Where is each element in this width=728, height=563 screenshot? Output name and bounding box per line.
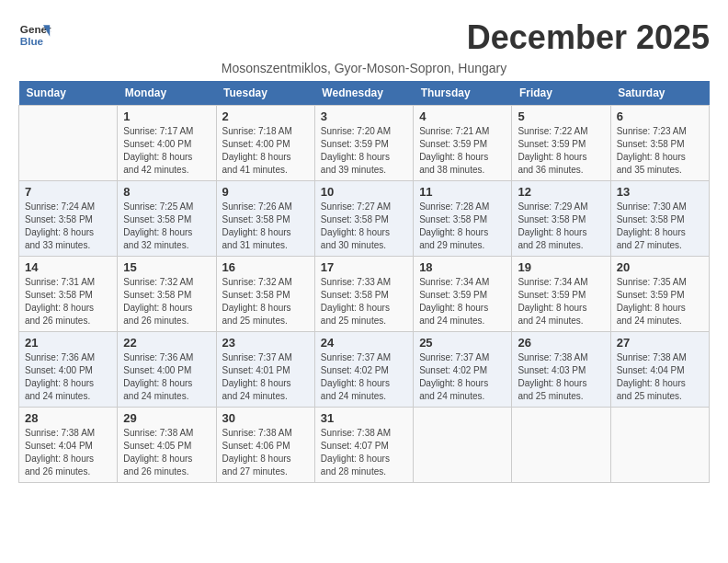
day-number: 27 bbox=[617, 336, 703, 350]
day-info: Sunrise: 7:35 AM Sunset: 3:59 PM Dayligh… bbox=[617, 276, 703, 327]
day-info: Sunrise: 7:38 AM Sunset: 4:03 PM Dayligh… bbox=[518, 351, 604, 403]
calendar-cell: 23Sunrise: 7:37 AM Sunset: 4:01 PM Dayli… bbox=[216, 332, 314, 408]
calendar-cell: 28Sunrise: 7:38 AM Sunset: 4:04 PM Dayli… bbox=[19, 408, 118, 483]
calendar-cell: 10Sunrise: 7:27 AM Sunset: 3:58 PM Dayli… bbox=[314, 181, 413, 257]
day-info: Sunrise: 7:34 AM Sunset: 3:59 PM Dayligh… bbox=[419, 276, 506, 327]
header: General Blue December 2025 bbox=[18, 18, 710, 57]
calendar-cell: 27Sunrise: 7:38 AM Sunset: 4:04 PM Dayli… bbox=[610, 332, 709, 408]
calendar-cell: 2Sunrise: 7:18 AM Sunset: 4:00 PM Daylig… bbox=[216, 106, 314, 181]
day-number: 19 bbox=[518, 260, 604, 274]
calendar-cell: 18Sunrise: 7:34 AM Sunset: 3:59 PM Dayli… bbox=[414, 257, 512, 332]
day-of-week-header: Monday bbox=[118, 81, 216, 106]
calendar-cell: 26Sunrise: 7:38 AM Sunset: 4:03 PM Dayli… bbox=[512, 332, 610, 408]
day-info: Sunrise: 7:18 AM Sunset: 4:00 PM Dayligh… bbox=[222, 125, 309, 177]
svg-text:Blue: Blue bbox=[20, 35, 44, 47]
day-of-week-header: Sunday bbox=[19, 81, 118, 106]
day-info: Sunrise: 7:34 AM Sunset: 3:59 PM Dayligh… bbox=[518, 276, 604, 327]
calendar-cell: 16Sunrise: 7:32 AM Sunset: 3:58 PM Dayli… bbox=[216, 257, 314, 332]
day-info: Sunrise: 7:28 AM Sunset: 3:58 PM Dayligh… bbox=[419, 201, 506, 252]
calendar-cell: 1Sunrise: 7:17 AM Sunset: 4:00 PM Daylig… bbox=[118, 106, 216, 181]
day-info: Sunrise: 7:37 AM Sunset: 4:02 PM Dayligh… bbox=[321, 351, 407, 403]
day-info: Sunrise: 7:24 AM Sunset: 3:58 PM Dayligh… bbox=[25, 201, 111, 252]
day-info: Sunrise: 7:38 AM Sunset: 4:05 PM Dayligh… bbox=[123, 427, 210, 478]
day-number: 2 bbox=[222, 109, 309, 123]
day-info: Sunrise: 7:21 AM Sunset: 3:59 PM Dayligh… bbox=[419, 125, 506, 177]
calendar-cell bbox=[414, 408, 512, 483]
calendar-cell: 4Sunrise: 7:21 AM Sunset: 3:59 PM Daylig… bbox=[414, 106, 512, 181]
day-info: Sunrise: 7:17 AM Sunset: 4:00 PM Dayligh… bbox=[123, 125, 210, 177]
calendar-cell: 22Sunrise: 7:36 AM Sunset: 4:00 PM Dayli… bbox=[118, 332, 216, 408]
calendar-cell: 3Sunrise: 7:20 AM Sunset: 3:59 PM Daylig… bbox=[314, 106, 413, 181]
day-number: 20 bbox=[617, 260, 703, 274]
calendar-cell: 9Sunrise: 7:26 AM Sunset: 3:58 PM Daylig… bbox=[216, 181, 314, 257]
day-number: 4 bbox=[419, 109, 506, 123]
day-number: 26 bbox=[518, 336, 604, 350]
day-of-week-header: Wednesday bbox=[314, 81, 413, 106]
day-info: Sunrise: 7:26 AM Sunset: 3:58 PM Dayligh… bbox=[222, 201, 309, 252]
calendar-cell: 8Sunrise: 7:25 AM Sunset: 3:58 PM Daylig… bbox=[118, 181, 216, 257]
day-info: Sunrise: 7:30 AM Sunset: 3:58 PM Dayligh… bbox=[617, 201, 703, 252]
day-number: 6 bbox=[617, 109, 703, 123]
day-of-week-header: Thursday bbox=[414, 81, 512, 106]
calendar-cell bbox=[512, 408, 610, 483]
day-number: 30 bbox=[222, 411, 309, 425]
day-info: Sunrise: 7:25 AM Sunset: 3:58 PM Dayligh… bbox=[123, 201, 210, 252]
calendar-cell: 14Sunrise: 7:31 AM Sunset: 3:58 PM Dayli… bbox=[19, 257, 118, 332]
month-title: December 2025 bbox=[467, 18, 710, 57]
day-info: Sunrise: 7:27 AM Sunset: 3:58 PM Dayligh… bbox=[321, 201, 407, 252]
calendar-cell: 19Sunrise: 7:34 AM Sunset: 3:59 PM Dayli… bbox=[512, 257, 610, 332]
day-number: 16 bbox=[222, 260, 309, 274]
calendar-table: SundayMondayTuesdayWednesdayThursdayFrid… bbox=[18, 81, 710, 483]
calendar-week-row: 7Sunrise: 7:24 AM Sunset: 3:58 PM Daylig… bbox=[19, 181, 710, 257]
day-number: 22 bbox=[123, 336, 210, 350]
calendar-cell: 20Sunrise: 7:35 AM Sunset: 3:59 PM Dayli… bbox=[610, 257, 709, 332]
day-number: 25 bbox=[419, 336, 506, 350]
day-number: 23 bbox=[222, 336, 309, 350]
day-info: Sunrise: 7:33 AM Sunset: 3:58 PM Dayligh… bbox=[321, 276, 407, 327]
day-number: 7 bbox=[25, 185, 111, 199]
days-of-week-row: SundayMondayTuesdayWednesdayThursdayFrid… bbox=[19, 81, 710, 106]
day-number: 11 bbox=[419, 185, 506, 199]
day-info: Sunrise: 7:29 AM Sunset: 3:58 PM Dayligh… bbox=[518, 201, 604, 252]
calendar-week-row: 1Sunrise: 7:17 AM Sunset: 4:00 PM Daylig… bbox=[19, 106, 710, 181]
day-number: 10 bbox=[321, 185, 407, 199]
day-info: Sunrise: 7:37 AM Sunset: 4:02 PM Dayligh… bbox=[419, 351, 506, 403]
day-info: Sunrise: 7:20 AM Sunset: 3:59 PM Dayligh… bbox=[321, 125, 407, 177]
day-number: 12 bbox=[518, 185, 604, 199]
calendar-body: 1Sunrise: 7:17 AM Sunset: 4:00 PM Daylig… bbox=[19, 106, 710, 483]
day-info: Sunrise: 7:38 AM Sunset: 4:04 PM Dayligh… bbox=[25, 427, 111, 478]
subtitle: Mosonszentmiklos, Gyor-Moson-Sopron, Hun… bbox=[18, 61, 710, 75]
calendar-cell: 31Sunrise: 7:38 AM Sunset: 4:07 PM Dayli… bbox=[314, 408, 413, 483]
day-info: Sunrise: 7:32 AM Sunset: 3:58 PM Dayligh… bbox=[123, 276, 210, 327]
day-number: 14 bbox=[25, 260, 111, 274]
day-number: 21 bbox=[25, 336, 111, 350]
day-info: Sunrise: 7:31 AM Sunset: 3:58 PM Dayligh… bbox=[25, 276, 111, 327]
day-number: 17 bbox=[321, 260, 407, 274]
logo-icon: General Blue bbox=[18, 18, 51, 52]
day-number: 9 bbox=[222, 185, 309, 199]
day-number: 28 bbox=[25, 411, 111, 425]
calendar-cell: 11Sunrise: 7:28 AM Sunset: 3:58 PM Dayli… bbox=[414, 181, 512, 257]
day-info: Sunrise: 7:36 AM Sunset: 4:00 PM Dayligh… bbox=[25, 351, 111, 403]
logo: General Blue bbox=[18, 18, 51, 52]
day-number: 31 bbox=[321, 411, 407, 425]
day-number: 24 bbox=[321, 336, 407, 350]
day-number: 29 bbox=[123, 411, 210, 425]
day-number: 8 bbox=[123, 185, 210, 199]
calendar-week-row: 14Sunrise: 7:31 AM Sunset: 3:58 PM Dayli… bbox=[19, 257, 710, 332]
calendar-cell bbox=[19, 106, 118, 181]
day-info: Sunrise: 7:37 AM Sunset: 4:01 PM Dayligh… bbox=[222, 351, 309, 403]
day-info: Sunrise: 7:38 AM Sunset: 4:04 PM Dayligh… bbox=[617, 351, 703, 403]
day-number: 3 bbox=[321, 109, 407, 123]
day-number: 13 bbox=[617, 185, 703, 199]
calendar-cell: 29Sunrise: 7:38 AM Sunset: 4:05 PM Dayli… bbox=[118, 408, 216, 483]
calendar-cell: 30Sunrise: 7:38 AM Sunset: 4:06 PM Dayli… bbox=[216, 408, 314, 483]
day-of-week-header: Tuesday bbox=[216, 81, 314, 106]
day-number: 5 bbox=[518, 109, 604, 123]
day-info: Sunrise: 7:22 AM Sunset: 3:59 PM Dayligh… bbox=[518, 125, 604, 177]
calendar-cell: 17Sunrise: 7:33 AM Sunset: 3:58 PM Dayli… bbox=[314, 257, 413, 332]
calendar-cell: 13Sunrise: 7:30 AM Sunset: 3:58 PM Dayli… bbox=[610, 181, 709, 257]
day-of-week-header: Saturday bbox=[610, 81, 709, 106]
calendar-cell: 6Sunrise: 7:23 AM Sunset: 3:58 PM Daylig… bbox=[610, 106, 709, 181]
calendar-cell: 15Sunrise: 7:32 AM Sunset: 3:58 PM Dayli… bbox=[118, 257, 216, 332]
